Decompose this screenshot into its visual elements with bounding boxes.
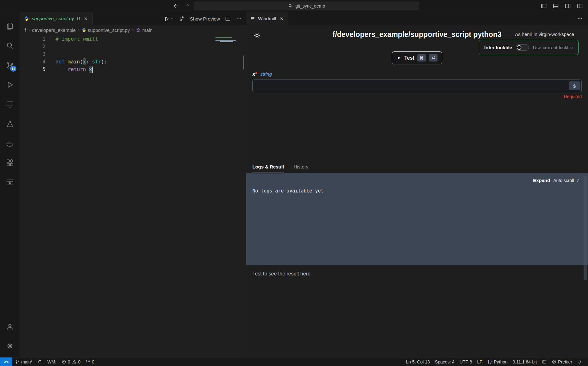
eol-status[interactable]: LF [474,357,485,366]
git-status-untracked: U [77,16,80,21]
word-highlight-x: x [89,66,92,72]
show-preview-button[interactable]: Show Preview [190,16,220,21]
breadcrumb-root[interactable]: f [25,27,26,33]
result-tabs: Logs & Result History [246,164,588,173]
remote-explorer-icon[interactable] [2,96,17,112]
tab-supportive-script[interactable]: supportive_script.py U [20,12,93,25]
run-python-file-button[interactable] [164,16,174,22]
required-star: * [255,71,257,77]
forward-icon[interactable] [184,3,190,9]
windmill-webview: f/developers_example/supportive_script p… [246,25,588,357]
more-actions-icon[interactable] [236,16,242,22]
prettier-status[interactable]: Prettier [549,357,575,366]
close-tab-icon[interactable] [279,16,284,21]
search-value: git_sync_demo [295,3,325,9]
infer-lockfile-label: Infer lockfile [484,45,512,50]
theme-sun-icon[interactable] [254,32,260,39]
search-icon [288,3,293,8]
arg-x-input[interactable] [253,80,581,92]
chevron-right-icon: › [28,27,30,33]
infer-lockfile-toggle[interactable] [516,44,529,51]
scrollbar-thumb[interactable] [584,176,587,280]
python-interpreter[interactable]: 3.11.1 64-bit [510,357,539,366]
toggle-sidebar-left-icon[interactable] [541,3,547,9]
play-icon [397,56,401,60]
command-center-search[interactable]: git_sync_demo [194,2,419,10]
status-bar-right: Ln 5, Col 13 Spaces: 4 UTF-8 LF {} Pytho… [403,357,588,366]
run-dropdown-chevron-icon [170,17,174,21]
list-icon [250,16,255,21]
logs-empty-message: No logs are available yet [252,188,580,194]
editor-layout-status[interactable] [539,357,549,366]
explorer-icon[interactable] [2,18,17,34]
breadcrumb-folder[interactable]: developers_example [32,27,76,33]
indentation-status[interactable]: Spaces: 4 [432,357,457,366]
variable-picker-button[interactable]: $ [569,81,580,90]
layout-controls [541,3,583,9]
accounts-icon[interactable] [2,318,17,334]
code-line-def: def main(x: str): [56,58,107,66]
testing-beaker-icon[interactable] [2,115,17,132]
test-button[interactable]: Test ⌘ ⏎ [392,51,443,64]
enter-key-icon: ⏎ [429,54,438,62]
symbol-method-icon [136,28,141,32]
tab-history[interactable]: History [294,164,309,173]
notifications-bell-icon[interactable] [575,357,585,366]
tab-label: supportive_script.py [32,16,74,21]
tab-windmill[interactable]: Windmill [246,12,288,25]
code-editor[interactable]: 1 # import wmill 2 3 4 def main(x: str):… [20,35,246,357]
tab-logs-result[interactable]: Logs & Result [252,164,284,173]
windmill-tab-label: Windmill [258,16,276,21]
scrollbar-thumb[interactable] [243,56,244,69]
indent-guide [66,66,66,73]
panel-more-actions-icon[interactable] [577,12,588,25]
cursor-position[interactable]: Ln 5, Col 13 [403,357,432,366]
editor-group: supportive_script.py U Show Preview [20,12,246,357]
line-number: 2 [20,43,56,50]
windmill-header: f/developers_example/supportive_script p… [252,25,582,39]
source-control-icon[interactable]: 11 [2,57,17,73]
git-branch-status[interactable]: main* [12,357,35,366]
language-mode[interactable]: {} Python [485,357,510,366]
toggle-sidebar-right-icon[interactable] [565,3,571,9]
line-number: 3 [20,50,56,58]
close-tab-icon[interactable] [84,16,88,21]
line-number-active: 5 [20,66,56,73]
problems-status[interactable]: 0 0 [59,357,83,366]
toggle-knob [517,45,521,50]
run-and-debug-icon[interactable] [2,76,17,93]
encoding-status[interactable]: UTF-8 [457,357,475,366]
toggle-panel-bottom-icon[interactable] [553,3,559,9]
sync-changes-button[interactable] [35,357,45,366]
breadcrumb: f › developers_example › supportive_scri… [20,25,246,35]
circle-slash-icon [552,359,556,364]
extensions-icon[interactable] [2,155,17,171]
history-navigation [173,3,190,9]
windmill-status[interactable]: WM: [45,357,59,366]
settings-gear-icon[interactable] [2,338,17,354]
word-highlight-x: x [83,59,86,65]
customize-layout-icon[interactable] [577,3,583,9]
auto-scroll-toggle[interactable]: Auto scroll ✓ [553,178,580,183]
python-file-icon [24,16,29,21]
ports-status[interactable]: 0 [83,357,97,366]
docker-icon[interactable] [2,135,17,151]
remote-indicator[interactable]: >< [0,357,12,366]
chevron-right-icon: › [132,27,134,33]
compare-changes-icon[interactable] [179,16,185,22]
vscode-window: git_sync_demo [0,0,588,366]
split-editor-icon[interactable] [225,16,231,22]
back-icon[interactable] [173,3,179,9]
search-sidebar-icon[interactable] [2,37,17,54]
breadcrumb-symbol-main[interactable]: main [136,27,153,33]
text-cursor [92,67,93,73]
expand-button[interactable]: Expand [533,178,550,183]
minimap[interactable] [213,36,240,74]
radio-tower-icon [85,359,90,364]
lockfile-options-box: Infer lockfile Use current lockfile [479,40,579,55]
status-bar: >< main* WM: 0 0 0 Ln 5, Col 13 Spaces: … [0,357,588,366]
live-preview-icon[interactable] [2,174,17,191]
arg-x-input-wrap: $ [252,80,582,92]
breadcrumb-file[interactable]: supportive_script.py [82,27,130,33]
logs-toolbar: Expand Auto scroll ✓ [252,178,580,183]
